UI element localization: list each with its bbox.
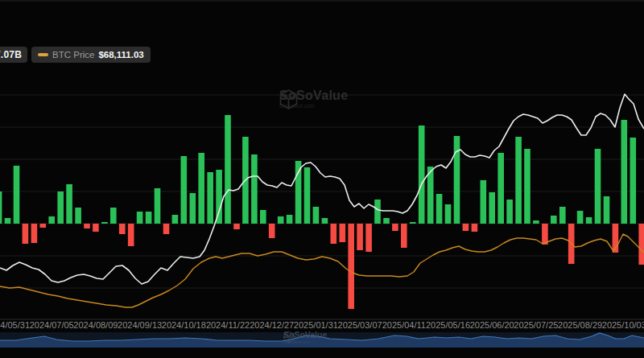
btc-price-value: $68,111.03	[98, 50, 143, 60]
sosovalue-cube-icon	[279, 89, 298, 109]
net-flow-bars	[0, 115, 644, 309]
x-axis-labels: 2024/05/312024/07/052024/08/092024/09/13…	[0, 320, 644, 330]
x-axis-label: 2025/10/03	[602, 320, 644, 330]
x-axis-label: 2025/05/16	[426, 320, 470, 330]
watermark-brand-small: SoSoValue	[283, 331, 327, 339]
x-axis-label: 2024/07/05	[30, 320, 74, 330]
x-axis-label: 2024/11/22	[206, 320, 250, 330]
x-axis-label: 2025/01/31	[294, 320, 338, 330]
watermark-navigator: SoSoValue sosovalue.com	[283, 331, 327, 344]
btc-price-dash-icon	[38, 53, 48, 56]
x-axis-label: 2024/12/27	[250, 320, 294, 330]
x-axis-label: 2024/10/18	[162, 320, 206, 330]
sosovalue-etf-flow-chart: 2024/05/312024/07/052024/08/092024/09/13…	[0, 0, 644, 358]
x-axis-label: 2025/07/25	[514, 320, 558, 330]
btc-price-label: BTC Price	[52, 50, 94, 60]
x-axis-label: 2025/08/29	[558, 320, 602, 330]
watermark-center: SoSoValue sosovalue.com	[279, 89, 348, 109]
x-axis-label: 2025/04/11	[382, 320, 426, 330]
legend: 7.07B BTC Price $68,111.03	[0, 47, 151, 63]
x-axis-label: 2024/09/13	[118, 320, 162, 330]
legend-badge-btc-price[interactable]: BTC Price $68,111.03	[31, 47, 151, 63]
legend-badge-truncated[interactable]: 7.07B	[0, 47, 27, 63]
x-axis-label: 2024/08/09	[73, 320, 118, 330]
x-axis-label: 2024/05/31	[0, 320, 30, 330]
secondary-orange-line	[0, 234, 644, 307]
x-axis-label: 2025/06/20	[470, 320, 514, 330]
watermark-domain-small: sosovalue.com	[283, 340, 327, 344]
window-top-edge	[0, 0, 644, 2]
x-axis-label: 2025/03/07	[338, 320, 382, 330]
